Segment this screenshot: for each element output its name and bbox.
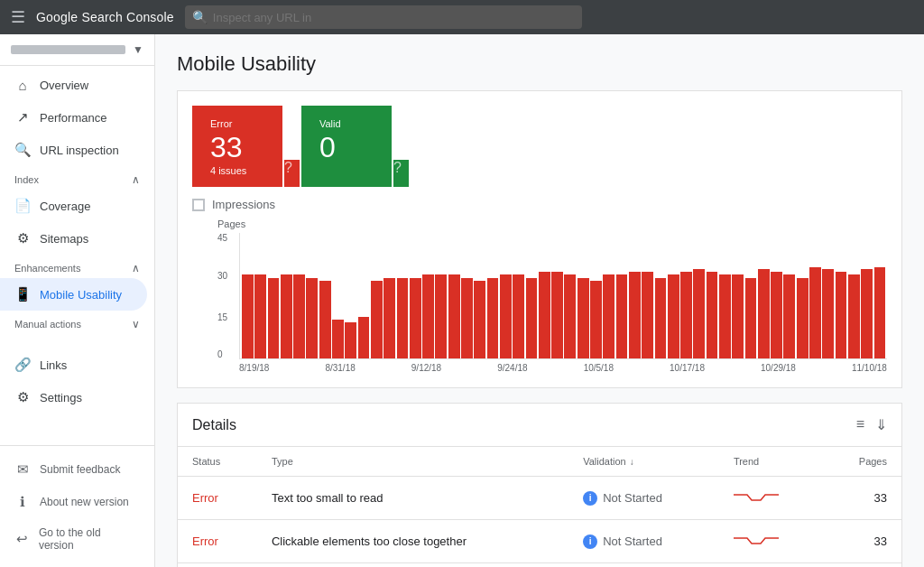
download-icon[interactable]: ⇓ [875, 416, 887, 433]
sidebar-item-submit-feedback[interactable]: ✉ Submit feedback [0, 453, 147, 486]
chart-bar [487, 278, 499, 358]
sidebar-item-label: Links [40, 358, 67, 372]
sidebar-item-settings[interactable]: ⚙ Settings [0, 381, 147, 414]
sidebar-item-performance[interactable]: ↗ Performance [0, 101, 147, 134]
chart-bar [629, 272, 641, 358]
mobile-icon: 📱 [14, 286, 31, 302]
pages-cell: 33 [822, 563, 901, 568]
header: ☰ Google Search Console 🔍 [0, 0, 924, 34]
filter-icon[interactable]: ≡ [856, 416, 864, 433]
sidebar-item-label: Coverage [40, 200, 90, 213]
menu-icon[interactable]: ☰ [11, 7, 25, 27]
col-type: Type [257, 447, 568, 477]
enhancements-chevron-icon[interactable]: ∧ [132, 262, 140, 274]
property-chevron-icon[interactable]: ▼ [133, 43, 143, 56]
valid-card-help-icon[interactable]: ? [393, 160, 409, 187]
chart-bar [371, 281, 383, 358]
impressions-label: Impressions [212, 198, 275, 211]
validation-cell: i Not Started [583, 491, 705, 506]
sidebar-item-url-inspection[interactable]: 🔍 URL inspection [0, 134, 147, 166]
index-section-label: Index [14, 174, 39, 185]
property-selector[interactable]: ▼ [0, 34, 154, 66]
chart-bar [642, 272, 653, 358]
sidebar-item-mobile-usability[interactable]: 📱 Mobile Usability [0, 278, 147, 311]
property-bar [11, 45, 125, 54]
chart-bar [719, 274, 731, 358]
sidebar-item-about-new-version[interactable]: ℹ About new version [0, 486, 147, 518]
sidebar-item-links[interactable]: 🔗 Links [0, 349, 147, 381]
sitemaps-icon: ⚙ [14, 230, 31, 246]
search-input[interactable] [213, 11, 575, 24]
error-card-help-icon[interactable]: ? [284, 160, 300, 187]
chart-bar [268, 278, 280, 358]
manual-actions-section-label: Manual actions [14, 319, 81, 330]
impressions-checkbox[interactable] [192, 199, 205, 211]
chart-bar [680, 272, 692, 358]
pages-cell: 33 [822, 520, 901, 563]
chart-bar [500, 274, 512, 358]
chart-bar [242, 274, 254, 358]
chart-bar [461, 278, 473, 358]
chart-bars-container [239, 233, 887, 359]
details-actions: ≡ ⇓ [856, 416, 887, 433]
y-label-30: 30 [217, 271, 227, 281]
sidebar-item-sitemaps[interactable]: ⚙ Sitemaps [0, 222, 147, 255]
page-title: Mobile Usability [177, 52, 902, 76]
chart-bar [822, 269, 834, 358]
chart-bar [771, 272, 782, 358]
index-chevron-icon[interactable]: ∧ [132, 173, 140, 186]
chart-x-label: 10/5/18 [584, 363, 614, 373]
chart-bar [655, 278, 667, 358]
info-icon: ℹ [14, 494, 31, 510]
chart-bar [345, 322, 356, 358]
trend-cell [719, 563, 822, 568]
error-card-number: 33 [210, 133, 264, 162]
sidebar-item-coverage[interactable]: 📄 Coverage [0, 190, 147, 222]
validation-status: Not Started [603, 534, 662, 548]
chart-bar [590, 281, 602, 358]
sidebar-item-overview[interactable]: ⌂ Overview [0, 70, 147, 101]
header-logo: Google Search Console [36, 10, 174, 24]
trend-cell [719, 477, 822, 520]
sidebar-item-label: Settings [40, 391, 82, 404]
chart-x-label: 10/29/18 [761, 363, 796, 373]
status-cell[interactable]: Error [192, 491, 218, 505]
trend-cell [719, 520, 822, 563]
col-validation[interactable]: Validation ↓ [568, 447, 719, 477]
chart-bar [281, 274, 292, 358]
sidebar-item-label: Sitemaps [40, 232, 88, 246]
chart-bar [319, 281, 331, 358]
chart-bar [758, 269, 770, 358]
main-content: Mobile Usability Error 33 4 issues ? Val… [155, 34, 924, 567]
sidebar-nav: ⌂ Overview ↗ Performance 🔍 URL inspectio… [0, 66, 154, 445]
table-row: Error Text too small to read i Not Start… [178, 477, 901, 520]
validation-col: i Not Started [568, 477, 719, 520]
chart-bar [874, 267, 886, 358]
links-icon: 🔗 [14, 357, 31, 373]
details-section: Details ≡ ⇓ Status Type Validation ↓ [177, 403, 902, 567]
pages-cell: 33 [822, 477, 901, 520]
layout: ▼ ⌂ Overview ↗ Performance 🔍 URL inspect… [0, 34, 924, 567]
inspect-icon: 🔍 [14, 142, 31, 158]
error-card-label: Error [210, 118, 264, 129]
chart-bar [797, 278, 808, 358]
manual-actions-chevron-icon[interactable]: ∨ [132, 318, 140, 330]
chart-bar [848, 274, 860, 358]
error-card: Error 33 4 issues [192, 106, 282, 187]
status-cell[interactable]: Error [192, 534, 218, 548]
chart-bar [448, 274, 460, 358]
chart-bar [383, 278, 395, 358]
chart-bar [745, 278, 757, 358]
header-search-bar[interactable]: 🔍 [185, 5, 582, 29]
y-label-45: 45 [217, 233, 227, 243]
chart-bar [539, 272, 550, 358]
chart-section: Error 33 4 issues ? Valid 0 ? Impressi [177, 90, 902, 388]
sidebar-item-label: Go to the old version [39, 526, 133, 552]
sidebar-item-go-to-old-version[interactable]: ↩ Go to the old version [0, 518, 147, 560]
chart-bar [332, 320, 344, 358]
summary-cards-row: Error 33 4 issues ? Valid 0 ? [192, 106, 887, 187]
chart-bar [551, 272, 563, 358]
chart-bar [422, 274, 434, 358]
validation-info-icon: i [583, 534, 597, 549]
sidebar-item-label: Overview [40, 79, 88, 92]
